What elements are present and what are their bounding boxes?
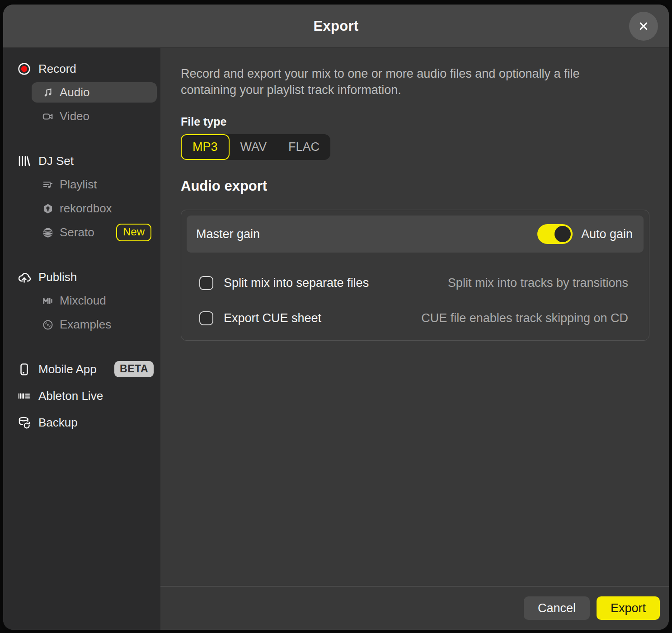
music-note-icon <box>42 87 54 98</box>
sidebar-item-publish[interactable]: Publish <box>3 267 160 287</box>
sidebar-item-playlist[interactable]: Playlist <box>32 174 157 195</box>
sidebar-item-label: Video <box>60 109 89 123</box>
file-type-label: File type <box>181 115 649 128</box>
auto-gain-label: Auto gain <box>581 227 633 241</box>
cue-sheet-checkbox[interactable] <box>199 311 213 325</box>
dialog-title: Export <box>314 18 359 34</box>
sidebar-item-label: Audio <box>60 85 90 99</box>
dialog-header: Export <box>3 5 669 48</box>
sidebar-item-label: Record <box>38 62 76 76</box>
master-gain-row: Master gain Auto gain <box>187 216 644 253</box>
cloud-upload-icon <box>17 270 31 284</box>
file-type-option-mp3[interactable]: MP3 <box>181 134 230 160</box>
toggle-knob <box>555 226 571 242</box>
sidebar-item-label: Mixcloud <box>60 294 106 308</box>
master-gain-label: Master gain <box>196 227 260 241</box>
split-mix-checkbox[interactable] <box>199 276 213 290</box>
record-library-icon <box>17 154 31 168</box>
record-icon <box>17 62 31 76</box>
sidebar-item-label: Mobile App <box>38 362 97 376</box>
auto-gain-toggle[interactable] <box>537 224 573 244</box>
disc-icon <box>42 319 54 331</box>
sidebar-item-backup[interactable]: Backup <box>3 413 160 432</box>
cue-sheet-row: Export CUE sheet CUE file enables track … <box>187 311 644 325</box>
cue-sheet-label: Export CUE sheet <box>224 311 321 325</box>
split-mix-label: Split mix into separate files <box>224 276 369 290</box>
mixcloud-icon <box>42 295 54 307</box>
sidebar-item-dj-set[interactable]: DJ Set <box>3 151 160 171</box>
sidebar-item-examples[interactable]: Examples <box>32 314 157 335</box>
sidebar-item-label: Serato <box>60 225 94 239</box>
cancel-button[interactable]: Cancel <box>524 596 590 620</box>
video-camera-icon <box>42 111 54 122</box>
dialog-footer: Cancel Export <box>160 586 669 630</box>
sidebar-item-mixcloud[interactable]: Mixcloud <box>32 291 157 311</box>
ableton-live-icon <box>17 389 31 403</box>
content-area: Record and export your mix to one or mor… <box>160 48 669 630</box>
sidebar-item-label: DJ Set <box>38 154 74 168</box>
sidebar-item-video[interactable]: Video <box>32 106 157 127</box>
sidebar-item-serato[interactable]: Serato New <box>32 222 157 243</box>
audio-export-panel: Master gain Auto gain Split mix into sep… <box>181 210 649 341</box>
sidebar-item-record[interactable]: Record <box>3 59 160 79</box>
serato-icon <box>42 227 54 239</box>
split-mix-hint: Split mix into tracks by transitions <box>448 276 633 290</box>
file-type-option-flac[interactable]: FLAC <box>277 134 330 160</box>
sidebar-item-label: rekordbox <box>60 202 112 216</box>
sidebar-item-rekordbox[interactable]: rekordbox <box>32 198 157 219</box>
sidebar-item-label: Ableton Live <box>38 389 103 403</box>
sidebar-item-label: Playlist <box>60 178 97 192</box>
close-icon <box>637 19 650 33</box>
sidebar-item-label: Backup <box>38 416 78 430</box>
rekordbox-icon <box>42 203 54 215</box>
cue-sheet-hint: CUE file enables track skipping on CD <box>421 311 633 325</box>
sidebar-item-ableton-live[interactable]: Ableton Live <box>3 386 160 406</box>
playlist-icon <box>42 179 54 191</box>
backup-database-icon <box>17 416 31 430</box>
smartphone-icon <box>17 362 31 376</box>
close-button[interactable] <box>629 12 658 41</box>
split-mix-row: Split mix into separate files Split mix … <box>187 276 644 290</box>
beta-badge: BETA <box>114 361 154 377</box>
file-type-option-wav[interactable]: WAV <box>230 134 278 160</box>
file-type-segmented-control: MP3 WAV FLAC <box>181 134 330 160</box>
sidebar-item-mobile-app[interactable]: Mobile App BETA <box>3 359 160 379</box>
audio-export-heading: Audio export <box>181 178 649 194</box>
export-dialog: Export Record Audio <box>3 5 669 630</box>
sidebar-item-label: Publish <box>38 270 77 284</box>
sidebar: Record Audio Video DJ Set <box>3 48 160 630</box>
export-description: Record and export your mix to one or mor… <box>181 66 601 98</box>
sidebar-item-label: Examples <box>60 318 111 332</box>
sidebar-item-audio[interactable]: Audio <box>32 82 157 103</box>
new-badge: New <box>116 224 151 241</box>
export-button[interactable]: Export <box>597 596 660 620</box>
